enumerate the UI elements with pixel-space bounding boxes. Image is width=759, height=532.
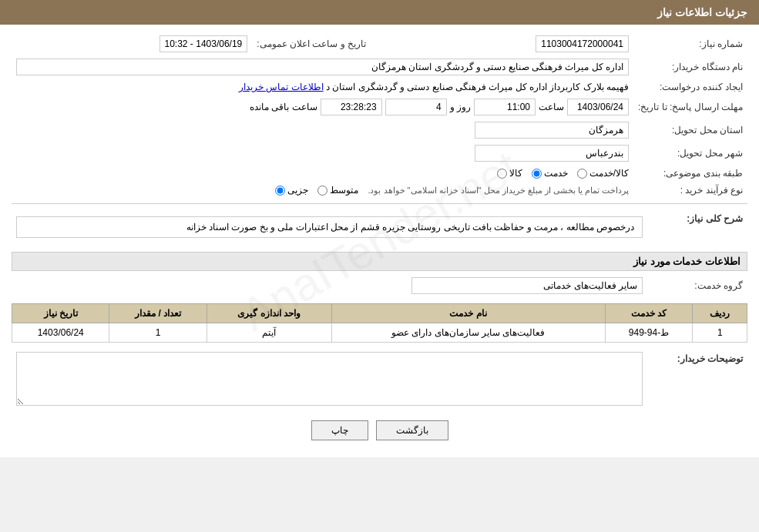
deadline-days-box: 4 xyxy=(385,99,447,115)
description-text: درخصوص مطالعه ، مرمت و حفاظت بافت تاریخی… xyxy=(186,222,634,233)
province-label: استان محل تحویل: xyxy=(633,119,747,142)
category-option-kala-khadamat: کالا/خدمت xyxy=(577,168,629,179)
row-creator: ایجاد کننده درخواست: فهیمه بلارک کاربردا… xyxy=(12,79,747,95)
page-title: جزئیات اطلاعات نیاز xyxy=(657,6,747,18)
buyer-org-value: اداره کل میراث فرهنگی صنایع دستی و گردشگ… xyxy=(12,55,633,79)
th-quantity: تعداد / مقدار xyxy=(109,304,207,323)
th-name: نام خدمت xyxy=(331,304,605,323)
purchase-type-radio-group: پرداخت تمام یا بخشی از مبلغ خریداز محل "… xyxy=(16,185,629,196)
category-option-kala-khadamat-label: کالا/خدمت xyxy=(589,168,629,179)
table-row: 1 ط-94-949 فعالیت‌های سایر سازمان‌های دا… xyxy=(12,323,747,343)
category-radio-kala-khadamat[interactable] xyxy=(577,169,587,179)
service-group-value-cell: سایر فعالیت‌های خدماتی xyxy=(12,274,647,297)
category-option-kala: کالا xyxy=(497,168,522,179)
deadline-remaining-box: 23:28:23 xyxy=(321,99,382,115)
description-label: شرح کلی نیاز: xyxy=(647,209,747,246)
main-content: AnaITender.net شماره نیاز: 1103004172000… xyxy=(0,25,759,457)
deadline-date-box: 1403/06/24 xyxy=(567,99,629,115)
purchase-type-medium: متوسط xyxy=(317,185,358,196)
services-table: ردیف کد خدمت نام خدمت واحد اندازه گیری ت… xyxy=(12,303,747,343)
service-group-table: گروه خدمت: سایر فعالیت‌های خدماتی xyxy=(12,274,747,297)
deadline-time-label: ساعت xyxy=(539,102,564,112)
category-options: کالا/خدمت خدمت کالا xyxy=(12,165,633,182)
print-button[interactable]: چاپ xyxy=(311,420,368,440)
creator-text: فهیمه بلارک کاربرداز اداره کل میراث فرهن… xyxy=(326,82,629,92)
buyer-desc-label: توضیحات خریدار: xyxy=(647,349,747,411)
service-group-label: گروه خدمت: xyxy=(647,274,747,297)
row-purchase-type: نوع فرآیند خرید : پرداخت تمام یا بخشی از… xyxy=(12,182,747,199)
city-box: بندرعباس xyxy=(475,145,629,162)
purchase-type-medium-label: متوسط xyxy=(330,185,358,196)
row-request-number: شماره نیاز: 1103004172000041 تاریخ و ساع… xyxy=(12,32,747,55)
buyer-desc-table: توضیحات خریدار: xyxy=(12,349,747,411)
category-radio-group: کالا/خدمت خدمت کالا xyxy=(16,168,629,179)
services-table-body: 1 ط-94-949 فعالیت‌های سایر سازمان‌های دا… xyxy=(12,323,747,343)
info-table: شماره نیاز: 1103004172000041 تاریخ و ساع… xyxy=(12,32,747,199)
buyer-org-label: نام دستگاه خریدار: xyxy=(633,55,747,79)
announce-date-box: 1403/06/19 - 10:32 xyxy=(160,35,248,52)
row-buyer-desc: توضیحات خریدار: xyxy=(12,349,747,411)
creator-link[interactable]: اطلاعات تماس خریدار xyxy=(239,82,324,92)
purchase-type-minor: جزیی xyxy=(275,185,308,196)
button-row: بازگشت چاپ xyxy=(12,420,747,440)
deadline-days-label: روز و xyxy=(450,102,471,112)
announce-date-value: 1403/06/19 - 10:32 xyxy=(12,32,252,55)
page-wrapper: جزئیات اطلاعات نیاز AnaITender.net شماره… xyxy=(0,0,759,457)
deadline-time-box: 11:00 xyxy=(474,99,536,115)
back-button[interactable]: بازگشت xyxy=(376,420,448,440)
description-box: درخصوص مطالعه ، مرمت و حفاظت بافت تاریخی… xyxy=(16,216,643,238)
purchase-type-options: پرداخت تمام یا بخشی از مبلغ خریداز محل "… xyxy=(12,182,633,199)
announce-date-label: تاریخ و ساعت اعلان عمومی: xyxy=(252,32,381,55)
purchase-type-radio-minor[interactable] xyxy=(275,186,285,196)
row-buyer-org: نام دستگاه خریدار: اداره کل میراث فرهنگی… xyxy=(12,55,747,79)
request-number-value: 1103004172000041 xyxy=(381,32,633,55)
description-table: شرح کلی نیاز: درخصوص مطالعه ، مرمت و حفا… xyxy=(12,209,747,246)
category-option-khadamat: خدمت xyxy=(532,168,568,179)
category-option-kala-label: کالا xyxy=(509,168,522,179)
category-radio-khadamat[interactable] xyxy=(532,169,542,179)
th-row: ردیف xyxy=(693,304,747,323)
category-label: طبقه بندی موضوعی: xyxy=(633,165,747,182)
purchase-type-minor-label: جزیی xyxy=(287,185,308,196)
row-category: طبقه بندی موضوعی: کالا/خدمت خدمت کالا xyxy=(12,165,747,182)
services-table-head: ردیف کد خدمت نام خدمت واحد اندازه گیری ت… xyxy=(12,304,747,323)
deadline-remaining-label: ساعت باقی مانده xyxy=(250,102,317,112)
services-section-title: اطلاعات خدمات مورد نیاز xyxy=(12,252,747,271)
row-service-group: گروه خدمت: سایر فعالیت‌های خدماتی xyxy=(12,274,747,297)
cell-quantity: 1 xyxy=(109,323,207,343)
row-city: شهر محل تحویل: بندرعباس xyxy=(12,142,747,165)
category-option-khadamat-label: خدمت xyxy=(544,168,568,179)
province-box: هرمزگان xyxy=(475,122,629,139)
deadline-row: 1403/06/24 ساعت 11:00 روز و 4 23:28:23 س… xyxy=(16,99,629,115)
row-deadline: مهلت ارسال پاسخ: تا تاریخ: 1403/06/24 سا… xyxy=(12,95,747,119)
request-number-box: 1103004172000041 xyxy=(536,35,629,52)
cell-date: 1403/06/24 xyxy=(12,323,109,343)
th-code: کد خدمت xyxy=(605,304,693,323)
buyer-desc-value-cell xyxy=(12,349,647,411)
cell-row: 1 xyxy=(693,323,747,343)
city-value: بندرعباس xyxy=(12,142,633,165)
row-province: استان محل تحویل: هرمزگان xyxy=(12,119,747,142)
page-header: جزئیات اطلاعات نیاز xyxy=(0,0,759,25)
purchase-type-note: پرداخت تمام یا بخشی از مبلغ خریداز محل "… xyxy=(368,186,629,196)
description-value-cell: درخصوص مطالعه ، مرمت و حفاظت بافت تاریخی… xyxy=(12,209,647,246)
creator-label: ایجاد کننده درخواست: xyxy=(633,79,747,95)
buyer-org-box: اداره کل میراث فرهنگی صنایع دستی و گردشگ… xyxy=(16,59,629,75)
divider-1 xyxy=(12,203,747,204)
province-value: هرمزگان xyxy=(12,119,633,142)
creator-value: فهیمه بلارک کاربرداز اداره کل میراث فرهن… xyxy=(12,79,633,95)
row-description: شرح کلی نیاز: درخصوص مطالعه ، مرمت و حفا… xyxy=(12,209,747,246)
service-group-box: سایر فعالیت‌های خدماتی xyxy=(411,277,643,294)
deadline-value: 1403/06/24 ساعت 11:00 روز و 4 23:28:23 س… xyxy=(12,95,633,119)
purchase-type-radio-medium[interactable] xyxy=(317,186,327,196)
deadline-label: مهلت ارسال پاسخ: تا تاریخ: xyxy=(633,95,747,119)
cell-name: فعالیت‌های سایر سازمان‌های دارای عضو xyxy=(331,323,605,343)
services-table-header-row: ردیف کد خدمت نام خدمت واحد اندازه گیری ت… xyxy=(12,304,747,323)
buyer-desc-textarea[interactable] xyxy=(16,352,643,406)
city-label: شهر محل تحویل: xyxy=(633,142,747,165)
cell-unit: آیتم xyxy=(207,323,331,343)
th-unit: واحد اندازه گیری xyxy=(207,304,331,323)
th-date: تاریخ نیاز xyxy=(12,304,109,323)
cell-code: ط-94-949 xyxy=(605,323,693,343)
category-radio-kala[interactable] xyxy=(497,169,507,179)
